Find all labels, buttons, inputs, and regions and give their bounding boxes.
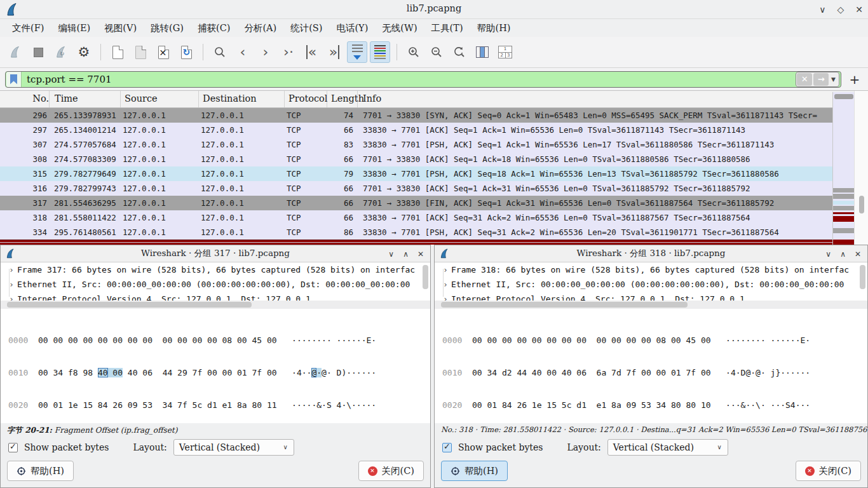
horizontal-scrollbar[interactable] xyxy=(1,301,430,309)
column-header-no[interactable]: No. xyxy=(0,91,50,107)
zoom-in-icon[interactable] xyxy=(403,41,424,63)
clear-filter-icon[interactable]: ✕ xyxy=(797,73,812,86)
tree-item-frame[interactable]: ›Frame 317: 66 bytes on wire (528 bits),… xyxy=(6,262,430,277)
reload-file-icon[interactable] xyxy=(176,41,196,63)
table-row[interactable]: 307274.577057684127.0.0.1127.0.0.1TCP833… xyxy=(0,137,832,152)
close-button[interactable]: ✕关闭(C) xyxy=(358,461,424,481)
resize-columns-icon[interactable] xyxy=(472,41,492,63)
open-file-icon[interactable] xyxy=(107,41,128,63)
filter-dropdown-icon[interactable]: ▼ xyxy=(830,76,837,83)
add-filter-button[interactable]: + xyxy=(846,72,863,87)
tree-scrollbar-thumb[interactable] xyxy=(860,265,865,289)
close-button[interactable]: ✕关闭(C) xyxy=(796,461,861,481)
capture-options-icon[interactable]: ⚙ xyxy=(74,41,94,63)
help-button[interactable]: 帮助(H) xyxy=(7,461,74,481)
table-row[interactable]: 297265.134001214127.0.0.1127.0.0.1TCP663… xyxy=(0,123,832,137)
layout-select[interactable]: Vertical (Stacked)∨ xyxy=(173,439,294,456)
menu-help[interactable]: 帮助(H) xyxy=(471,20,517,36)
close-icon[interactable] xyxy=(855,250,861,259)
menu-statistics[interactable]: 统计(S) xyxy=(285,20,328,36)
start-capture-icon[interactable] xyxy=(5,41,25,63)
hex-dump[interactable]: 000000 00 00 00 00 00 00 00 00 00 00 00 … xyxy=(435,309,867,423)
expander-icon[interactable]: › xyxy=(440,262,451,277)
close-file-icon[interactable] xyxy=(153,41,173,63)
menu-analyze[interactable]: 分析(A) xyxy=(238,20,282,36)
menu-capture[interactable]: 捕获(C) xyxy=(192,20,236,36)
minimize-icon[interactable] xyxy=(825,250,831,259)
hex-line[interactable]: 001000 34 f8 98 40 00 40 06 44 29 7f 00 … xyxy=(8,367,430,378)
expander-icon[interactable]: › xyxy=(440,292,451,301)
show-packet-bytes-checkbox[interactable] xyxy=(442,443,452,452)
minimize-icon[interactable] xyxy=(819,4,825,15)
next-packet-icon[interactable]: › xyxy=(255,41,276,63)
column-header-info[interactable]: Info xyxy=(358,91,832,107)
first-packet-icon[interactable]: « xyxy=(301,41,322,63)
filter-bookmark-icon[interactable] xyxy=(6,72,22,87)
zoom-reset-icon[interactable] xyxy=(449,41,470,63)
expander-icon[interactable]: › xyxy=(440,277,451,292)
table-row-selected[interactable]: 315279.782779649127.0.0.1127.0.0.1TCP793… xyxy=(0,166,832,181)
help-button[interactable]: 帮助(H) xyxy=(441,461,508,481)
maximize-icon[interactable] xyxy=(840,250,846,259)
save-file-icon[interactable] xyxy=(130,41,151,63)
previous-packet-icon[interactable]: ‹ xyxy=(233,41,253,63)
maximize-icon[interactable] xyxy=(403,250,409,259)
apply-column-layout-icon[interactable]: 123 xyxy=(495,41,515,63)
scrollbar-thumb[interactable] xyxy=(441,302,688,308)
column-header-protocol[interactable]: Protocol xyxy=(285,91,327,107)
menu-wireless[interactable]: 无线(W) xyxy=(376,20,423,36)
tree-item-ethernet[interactable]: ›Ethernet II, Src: 00:00:00_00:00:00 (00… xyxy=(6,277,430,292)
expander-icon[interactable]: › xyxy=(6,292,17,301)
scrollbar-thumb[interactable] xyxy=(7,302,252,308)
hex-line[interactable]: 002000 01 1e 15 84 26 09 53 34 7f 5c d1 … xyxy=(8,400,430,410)
column-header-length[interactable]: Length xyxy=(327,91,358,107)
table-row[interactable]: 316279.782799743127.0.0.1127.0.0.1TCP667… xyxy=(0,181,832,196)
tree-item-frame[interactable]: ›Frame 318: 66 bytes on wire (528 bits),… xyxy=(440,262,867,277)
packet-list-scrollbar[interactable] xyxy=(854,91,868,245)
stop-capture-icon[interactable] xyxy=(28,41,48,63)
table-row[interactable]: 296265.133978931127.0.0.1127.0.0.1TCP747… xyxy=(0,108,832,123)
column-header-source[interactable]: Source xyxy=(121,91,199,107)
expander-icon[interactable]: › xyxy=(6,277,17,292)
hex-line[interactable]: 000000 00 00 00 00 00 00 00 00 00 00 00 … xyxy=(8,335,430,346)
packet-minimap[interactable] xyxy=(832,92,854,245)
menu-view[interactable]: 视图(V) xyxy=(98,20,142,36)
tree-item-ethernet[interactable]: ›Ethernet II, Src: 00:00:00_00:00:00 (00… xyxy=(440,277,867,292)
close-icon[interactable] xyxy=(417,250,424,259)
expander-icon[interactable]: › xyxy=(6,262,17,277)
menu-telephony[interactable]: 电话(Y) xyxy=(330,20,374,36)
hex-line[interactable]: 001000 34 d2 44 40 00 40 06 6a 7d 7f 00 … xyxy=(442,367,867,378)
hex-line[interactable]: 002000 01 84 26 1e 15 5c d1 e1 8a 09 53 … xyxy=(442,400,867,410)
tree-scrollbar-thumb[interactable] xyxy=(423,265,428,289)
apply-filter-icon[interactable]: → xyxy=(813,73,829,86)
maximize-icon[interactable] xyxy=(837,4,844,15)
hex-dump[interactable]: 000000 00 00 00 00 00 00 00 00 00 00 00 … xyxy=(1,309,430,423)
colorize-packets-icon[interactable] xyxy=(370,41,390,63)
hex-line[interactable]: 000000 00 00 00 00 00 00 00 00 00 00 00 … xyxy=(442,335,867,346)
table-row[interactable]: 334295.761480561127.0.0.1127.0.0.1TCP863… xyxy=(0,225,832,240)
horizontal-scrollbar[interactable] xyxy=(435,301,867,309)
table-row[interactable]: 317281.554636295127.0.0.1127.0.0.1TCP667… xyxy=(0,196,832,210)
minimize-icon[interactable] xyxy=(388,250,394,259)
layout-select[interactable]: Vertical (Stacked)∨ xyxy=(607,439,728,456)
last-packet-icon[interactable]: » xyxy=(324,41,344,63)
column-header-time[interactable]: Time xyxy=(50,91,121,107)
display-filter-field[interactable]: ✕ → ▼ xyxy=(5,71,841,88)
goto-packet-icon[interactable]: ›· xyxy=(278,41,299,63)
scrollbar-thumb[interactable] xyxy=(859,196,864,214)
show-packet-bytes-checkbox[interactable] xyxy=(8,443,18,452)
menu-edit[interactable]: 编辑(E) xyxy=(52,20,96,36)
tree-item-ip[interactable]: ›Internet Protocol Version 4, Src: 127.0… xyxy=(6,292,430,301)
table-row[interactable]: 308274.577083309127.0.0.1127.0.0.1TCP667… xyxy=(0,152,832,166)
menu-file[interactable]: 文件(F) xyxy=(6,20,50,36)
table-row[interactable]: 318281.558011422127.0.0.1127.0.0.1TCP663… xyxy=(0,210,832,225)
auto-scroll-icon[interactable] xyxy=(347,41,367,63)
column-header-destination[interactable]: Destination xyxy=(199,91,285,107)
restart-capture-icon[interactable]: ↻ xyxy=(51,41,71,63)
menu-tools[interactable]: 工具(T) xyxy=(426,20,469,36)
menu-go[interactable]: 跳转(G) xyxy=(145,20,189,36)
display-filter-input[interactable] xyxy=(22,74,796,85)
tree-item-ip[interactable]: ›Internet Protocol Version 4, Src: 127.0… xyxy=(440,292,867,301)
close-icon[interactable] xyxy=(855,4,863,15)
find-packet-icon[interactable] xyxy=(210,41,230,63)
